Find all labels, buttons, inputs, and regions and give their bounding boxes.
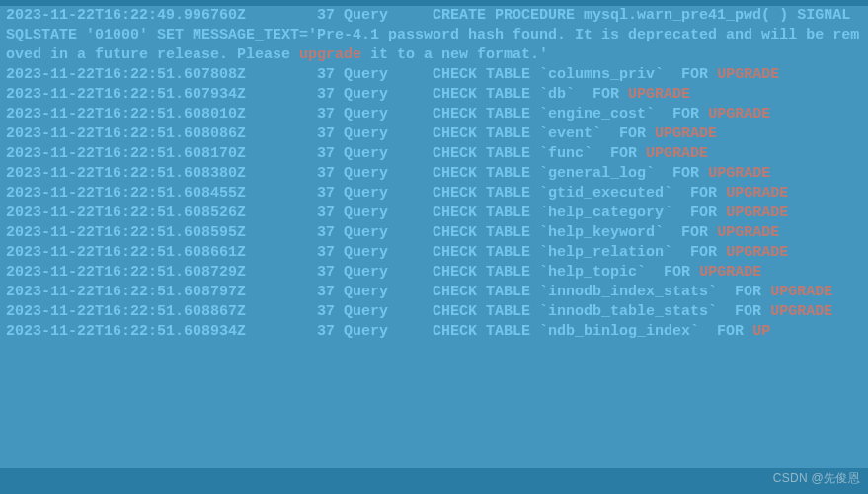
log-line: 2023-11-22T16:22:51.607808Z 37 Query CHE… <box>6 66 779 83</box>
keyword-upgrade: UPGRADE <box>770 303 832 320</box>
log-text: 2023-11-22T16:22:51.608455Z 37 Query CHE… <box>6 185 726 202</box>
keyword-upgrade: UPGRADE <box>770 284 832 300</box>
log-text: 2023-11-22T16:22:51.608867Z 37 Query CHE… <box>6 303 770 320</box>
log-line: 2023-11-22T16:22:51.608797Z 37 Query CHE… <box>6 284 832 300</box>
log-text: 2023-11-22T16:22:51.607808Z 37 Query CHE… <box>6 66 717 83</box>
log-text: 2023-11-22T16:22:51.608380Z 37 Query CHE… <box>6 165 708 182</box>
keyword-upgrade: UPGRADE <box>628 86 690 103</box>
keyword-upgrade: UPGRA <box>726 205 770 221</box>
keyword-upgrade: UPGRA <box>726 185 770 202</box>
log-line: 2023-11-22T16:22:51.608595Z 37 Query CHE… <box>6 224 779 241</box>
log-text: 2023-11-22T16:22:51.608170Z 37 Query CHE… <box>6 145 646 162</box>
log-line: 2023-11-22T16:22:51.608729Z 37 Query CHE… <box>6 264 761 281</box>
keyword-upgrade-wrap: E <box>770 66 779 83</box>
log-line: 2023-11-22T16:22:51.607934Z 37 Query CHE… <box>6 86 690 103</box>
keyword-upgrade: UP <box>752 323 770 340</box>
log-text: it to a new format.' <box>361 46 548 63</box>
log-text: 2023-11-22T16:22:51.607934Z 37 Query CHE… <box>6 86 628 103</box>
log-text: 2023-11-22T16:22:51.608086Z 37 Query CHE… <box>6 125 655 142</box>
keyword-upgrade: UPGRADE <box>655 125 717 142</box>
log-line: 2023-11-22T16:22:51.608086Z 37 Query CHE… <box>6 125 717 142</box>
log-line: 2023-11-22T16:22:51.608455Z 37 Query CHE… <box>6 185 788 202</box>
keyword-upgrade: UPGRAD <box>717 224 770 241</box>
keyword-upgrade-wrap: DE <box>770 185 788 202</box>
keyword-upgrade-wrap: E <box>770 224 779 241</box>
log-line: 2023-11-22T16:22:51.608010Z 37 Query CHE… <box>6 106 770 123</box>
log-text: 2023-11-22T16:22:51.608010Z 37 Query CHE… <box>6 106 708 123</box>
keyword-upgrade-wrap: DE <box>770 244 788 261</box>
log-line: 2023-11-22T16:22:51.608380Z 37 Query CHE… <box>6 165 770 182</box>
keyword-upgrade: upgrade <box>299 46 361 63</box>
log-text: 2023-11-22T16:22:51.608526Z 37 Query CHE… <box>6 205 726 221</box>
watermark-text: CSDN @先俊恩 <box>773 468 860 488</box>
log-text: 2023-11-22T16:22:51.608661Z 37 Query CHE… <box>6 244 726 261</box>
log-line: 2023-11-22T16:22:51.608867Z 37 Query CHE… <box>6 303 832 320</box>
log-line: 2023-11-22T16:22:49.996760Z 37 Query CRE… <box>6 7 859 63</box>
log-text: 2023-11-22T16:22:51.608934Z 37 Query CHE… <box>6 323 752 340</box>
keyword-upgrade: UPGRADE <box>708 165 770 182</box>
log-line: 2023-11-22T16:22:51.608170Z 37 Query CHE… <box>6 145 708 162</box>
keyword-upgrade: UPGRAD <box>717 66 770 83</box>
log-line: 2023-11-22T16:22:51.608661Z 37 Query CHE… <box>6 244 788 261</box>
log-line: 2023-11-22T16:22:51.608526Z 37 Query CHE… <box>6 205 788 221</box>
keyword-upgrade: UPGRADE <box>708 106 770 123</box>
log-text: 2023-11-22T16:22:51.608729Z 37 Query CHE… <box>6 264 699 281</box>
log-text: 2023-11-22T16:22:51.608595Z 37 Query CHE… <box>6 224 717 241</box>
log-text: 2023-11-22T16:22:51.608797Z 37 Query CHE… <box>6 284 770 300</box>
terminal-output[interactable]: 2023-11-22T16:22:49.996760Z 37 Query CRE… <box>0 0 868 342</box>
keyword-upgrade: UPGRADE <box>646 145 708 162</box>
keyword-upgrade-wrap: DE <box>770 205 788 221</box>
log-line: 2023-11-22T16:22:51.608934Z 37 Query CHE… <box>6 323 770 340</box>
keyword-upgrade: UPGRADE <box>699 264 761 281</box>
keyword-upgrade: UPGRA <box>726 244 770 261</box>
